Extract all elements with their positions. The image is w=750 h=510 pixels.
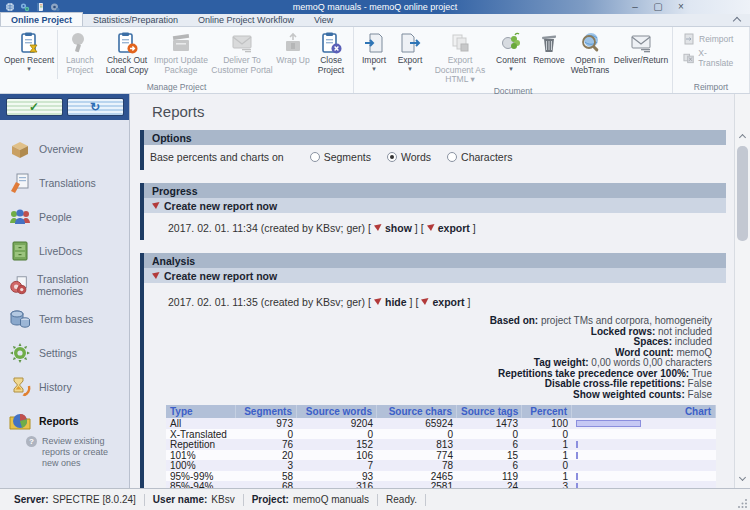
column-header-source-words[interactable]: Source words — [297, 405, 377, 418]
export-icon — [398, 30, 422, 56]
export-document-as-html-button[interactable]: Export Document As HTML ▾ — [428, 28, 492, 85]
sidebar-item-people[interactable]: People — [0, 200, 129, 234]
chart-bar — [576, 441, 578, 448]
setting-value: True — [689, 368, 712, 379]
import-button[interactable]: Import ▾ — [356, 28, 392, 85]
deliver-return-button[interactable]: Deliver/Return — [612, 28, 670, 85]
column-header-source-chars[interactable]: Source chars — [377, 405, 457, 418]
radio-label: Characters — [461, 151, 512, 163]
sidebar-item-term-bases[interactable]: Term bases — [0, 302, 129, 336]
base-unit-radio-group: Segments Words Characters — [310, 151, 513, 163]
sidebar-item-livedocs[interactable]: LiveDocs — [0, 234, 129, 268]
sidebar-item-settings[interactable]: Settings — [0, 336, 129, 370]
x-translate-button[interactable]: X-Translate — [683, 48, 739, 68]
minimize-button[interactable]: – — [628, 1, 642, 13]
setting-value: False — [685, 378, 712, 389]
remove-button[interactable]: Remove — [530, 28, 568, 85]
close-project-button[interactable]: Close Project — [311, 28, 351, 81]
status-project: Project: memoQ manuals — [244, 494, 377, 505]
trash-icon — [537, 30, 561, 56]
confirm-button[interactable]: ✓ — [6, 98, 63, 116]
setting-label: Spaces: — [634, 336, 672, 347]
scroll-down-button[interactable] — [735, 471, 750, 486]
radio-characters[interactable]: Characters — [447, 151, 512, 163]
sidebar-item-translations[interactable]: Translations — [0, 166, 129, 200]
bracket: ] — [468, 296, 471, 308]
wrap-up-button[interactable]: Wrap Up — [275, 28, 311, 81]
column-header-segments[interactable]: Segments — [236, 405, 297, 418]
ribbon-separator — [57, 30, 58, 79]
open-recent-icon — [17, 30, 41, 56]
maximize-button[interactable]: ▢ — [651, 1, 665, 13]
gears-icon[interactable] — [20, 2, 30, 12]
webtrans-magnifier-icon — [578, 30, 602, 56]
export-button[interactable]: Export ▾ — [392, 28, 428, 85]
setting-label: Word count: — [615, 347, 674, 358]
bracket: ] — [473, 222, 476, 234]
check-out-local-copy-button[interactable]: Check Out Local Copy — [101, 28, 153, 81]
setting-value: memoQ — [674, 347, 712, 358]
refresh-button[interactable]: ↻ — [67, 98, 124, 116]
ribbon-button-label: Import Update Package — [153, 56, 209, 75]
open-in-webtrans-button[interactable]: Open in WebTrans — [568, 28, 612, 85]
column-header-source-tags[interactable]: Source tags — [457, 405, 522, 418]
tab-online-project-workflow[interactable]: Online Project Workflow — [188, 13, 304, 26]
globe-icon[interactable] — [5, 2, 15, 12]
server-settings-icon[interactable] — [50, 2, 60, 12]
open-recent-button[interactable]: Open Recent ▾ — [2, 28, 56, 81]
contacts-book-icon[interactable] — [35, 2, 45, 12]
row-source-words: 316 — [297, 480, 377, 488]
help-icon[interactable]: ? — [26, 436, 37, 447]
section-header-label: Progress — [152, 185, 198, 197]
resize-grip[interactable] — [738, 498, 748, 508]
sidebar-item-translation-memories[interactable]: Translation memories — [0, 268, 129, 302]
sidebar-item-overview[interactable]: Overview — [0, 132, 129, 166]
sidebar-item-reports[interactable]: Reports — [0, 404, 129, 438]
chart-bar — [576, 420, 641, 427]
close-button[interactable]: × — [674, 1, 688, 13]
row-source-chars: 2581 — [377, 480, 457, 488]
progress-create-report-link[interactable]: Create new report now — [144, 198, 726, 213]
export-report-link[interactable]: export — [438, 222, 470, 234]
status-project-value: memoQ manuals — [293, 494, 369, 505]
tab-statistics-preparation[interactable]: Statistics/Preparation — [83, 13, 188, 26]
analysis-report-entry: 2017. 02. 01. 11:35 (created by KBsv; ge… — [144, 283, 726, 314]
reimport-button[interactable]: Reimport — [683, 33, 739, 45]
show-report-link[interactable]: show — [385, 222, 412, 234]
content-button[interactable]: Content ▾ — [492, 28, 530, 85]
sidebar-item-history[interactable]: History — [0, 370, 129, 404]
radio-segments[interactable]: Segments — [310, 151, 371, 163]
translations-icon — [8, 171, 32, 195]
import-update-package-button[interactable]: Import Update Package — [153, 28, 209, 81]
tab-view[interactable]: View — [304, 13, 343, 26]
table-row[interactable]: 85%-94%683162581243 — [166, 481, 716, 488]
launch-project-button[interactable]: Launch Project — [59, 28, 101, 81]
tab-online-project[interactable]: Online Project — [0, 12, 83, 26]
sidebar-item-label: People — [39, 211, 72, 223]
refresh-icon: ↻ — [90, 100, 100, 114]
column-header-type[interactable]: Type — [166, 405, 236, 418]
analysis-create-report-link[interactable]: Create new report now — [144, 268, 726, 283]
report-entry-text: 2017. 02. 01. 11:34 (created by KBsv; ge… — [168, 222, 365, 234]
deliver-to-customer-portal-button[interactable]: Deliver To Customer Portal — [209, 28, 275, 81]
ribbon-button-label: Export Document As HTML ▾ — [428, 56, 492, 85]
vertical-scrollbar[interactable] — [734, 94, 750, 488]
radio-label: Words — [401, 151, 431, 163]
report-entry-text: 2017. 02. 01. 11:35 (created by KBsv; ge… — [168, 296, 365, 308]
livedocs-icon — [8, 239, 32, 263]
wrap-up-icon — [281, 30, 305, 56]
scroll-up-button[interactable] — [735, 128, 750, 143]
scrollbar-thumb[interactable] — [737, 146, 748, 241]
ribbon-button-label: Close Project — [311, 56, 351, 75]
row-chart-cell — [572, 465, 716, 466]
column-header-chart[interactable]: Chart — [572, 405, 716, 418]
sidebar-item-label: Overview — [39, 143, 83, 155]
row-source-tags: 24 — [457, 480, 522, 488]
radio-words[interactable]: Words — [387, 151, 431, 163]
ribbon-collapse-button[interactable] — [732, 16, 742, 24]
hide-report-link[interactable]: hide — [385, 296, 407, 308]
export-report-link[interactable]: export — [432, 296, 464, 308]
column-header-percent[interactable]: Percent — [522, 405, 572, 418]
content-icon — [499, 30, 523, 56]
status-user: User name: KBsv — [145, 494, 243, 505]
